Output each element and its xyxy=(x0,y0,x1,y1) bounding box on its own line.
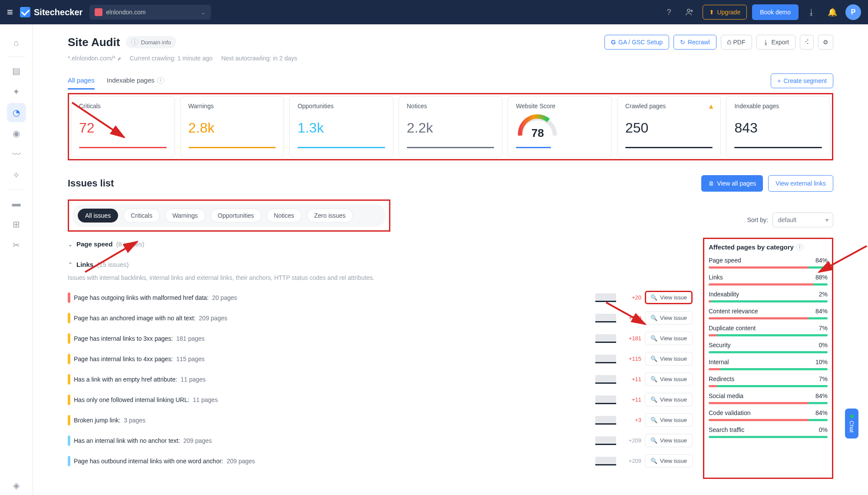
metric-card[interactable]: ▲Crawled pages250 xyxy=(617,96,721,157)
create-segment-button[interactable]: + Create segment xyxy=(771,73,833,88)
filter-chip[interactable]: Notices xyxy=(267,209,302,223)
metric-card[interactable]: Website Score78 xyxy=(508,96,612,157)
sidebar-home-icon[interactable]: ⌂ xyxy=(7,33,26,52)
next-crawl: Next autocrawling: in 2 days xyxy=(221,55,297,62)
sidebar-dashboard-icon[interactable]: ▤ xyxy=(7,61,26,80)
sparkline-icon xyxy=(595,375,616,384)
severity-bar-icon xyxy=(68,313,70,323)
view-issue-button[interactable]: 🔍 View issue xyxy=(645,332,693,345)
view-external-links-button[interactable]: View external links xyxy=(768,175,833,192)
share-button[interactable]: ⠪ xyxy=(800,35,814,50)
delta-value: +11 xyxy=(622,376,641,382)
download-icon[interactable]: ⭳ xyxy=(804,4,819,20)
main-content: Site Audit iDomain info GGA / GSC Setup … xyxy=(33,24,868,495)
filter-chip[interactable]: All issues xyxy=(78,209,118,223)
metric-card[interactable]: Opportunities1.3k xyxy=(289,96,393,157)
sidebar-keywords-icon[interactable]: ✦ xyxy=(7,82,26,101)
tab-indexable-pages[interactable]: Indexable pagesi xyxy=(107,72,164,90)
view-issue-button[interactable]: 🔍 View issue xyxy=(645,311,693,325)
sidebar-diamond-icon[interactable]: ◈ xyxy=(7,476,26,495)
view-issue-button[interactable]: 🔍 View issue xyxy=(645,413,693,427)
view-issue-button[interactable]: 🔍 View issue xyxy=(645,393,693,406)
chat-button[interactable]: Chat xyxy=(845,409,858,439)
progress-bar xyxy=(709,385,828,387)
severity-bar-icon xyxy=(68,435,70,446)
sidebar-apps-icon[interactable]: ⊞ xyxy=(7,215,26,234)
upgrade-button[interactable]: ⬆ Upgrade xyxy=(703,5,747,20)
affected-row: Page speed84% xyxy=(709,257,828,269)
avatar[interactable]: P xyxy=(845,4,861,20)
metric-value: 2.8k xyxy=(188,120,276,136)
delta-value: +209 xyxy=(622,437,641,444)
help-icon[interactable]: ? xyxy=(661,4,677,20)
view-issue-button[interactable]: 🔍 View issue xyxy=(645,372,693,386)
logo-icon xyxy=(20,7,30,17)
sparkline-icon xyxy=(595,314,616,322)
category-pct: 88% xyxy=(815,274,828,281)
sidebar-rank-icon[interactable]: 〰 xyxy=(7,145,26,164)
sidebar-audit-icon[interactable]: ◔ xyxy=(7,103,26,122)
metric-card[interactable]: Notices2.2k xyxy=(399,96,503,157)
view-issue-button[interactable]: 🔍 View issue xyxy=(645,434,693,447)
progress-bar xyxy=(709,419,828,421)
export-button[interactable]: ⭳Export xyxy=(756,35,795,50)
metric-label: Opportunities xyxy=(297,103,385,110)
gauge-icon: 78 xyxy=(516,114,559,140)
sidebar-speed-icon[interactable]: ◉ xyxy=(7,124,26,143)
view-issue-button[interactable]: 🔍 View issue xyxy=(645,454,693,468)
settings-button[interactable]: ⚙ xyxy=(818,35,833,50)
group-description: Issues with internal backlinks, internal… xyxy=(68,271,693,287)
category-name: Code validation xyxy=(709,409,751,416)
category-pct: 7% xyxy=(819,375,828,382)
domain-info-pill[interactable]: iDomain info xyxy=(126,36,176,48)
sidebar-briefcase-icon[interactable]: ▬ xyxy=(7,194,26,213)
filter-chip[interactable]: Criticals xyxy=(123,209,160,223)
domain-selector[interactable]: elnlondon.com xyxy=(89,5,211,20)
filter-chip[interactable]: Warnings xyxy=(165,209,205,223)
sidebar-tools-icon[interactable]: ✧ xyxy=(7,166,26,185)
svg-point-0 xyxy=(687,9,690,12)
view-all-pages-button[interactable]: 🗎 View all pages xyxy=(701,175,763,192)
recrawl-button[interactable]: ↻Recrawl xyxy=(673,35,716,50)
metric-card[interactable]: Warnings2.8k xyxy=(180,96,284,157)
pdf-button[interactable]: ⎙PDF xyxy=(721,35,752,50)
metric-card[interactable]: Criticals72 xyxy=(71,96,175,157)
metric-value: 2.2k xyxy=(407,120,495,136)
issue-text: Page has outbound internal links with on… xyxy=(74,458,592,465)
page-title: Site Audit xyxy=(68,36,120,49)
hamburger-icon[interactable]: ≡ xyxy=(7,6,13,18)
bell-icon[interactable]: 🔔 xyxy=(825,4,840,20)
sparkline-icon xyxy=(595,457,616,465)
add-user-icon[interactable] xyxy=(682,4,697,20)
chevron-icon: ⌄ xyxy=(68,241,73,248)
delta-value: +115 xyxy=(622,355,641,362)
sort-select[interactable]: default xyxy=(772,213,833,227)
metric-card[interactable]: Indexable pages843 xyxy=(726,96,830,157)
tab-all-pages[interactable]: All pages xyxy=(68,72,95,90)
search-icon: 🔍 xyxy=(650,376,657,382)
metric-label: Notices xyxy=(407,103,495,110)
book-demo-button[interactable]: Book demo xyxy=(752,4,799,20)
category-pct: 7% xyxy=(819,325,828,332)
sparkline-icon xyxy=(595,293,616,302)
delta-value: +3 xyxy=(622,417,641,423)
issue-group-header[interactable]: ⌃Links(15 issues) xyxy=(68,258,693,271)
issue-group-header[interactable]: ⌄Page speed(8 issues) xyxy=(68,238,693,250)
ga-setup-button[interactable]: GGA / GSC Setup xyxy=(604,35,669,50)
category-name: Content relevance xyxy=(709,308,758,315)
warning-icon: ▲ xyxy=(708,103,715,110)
sidebar-links-icon[interactable]: ✂ xyxy=(7,236,26,255)
filter-chip[interactable]: Zero issues xyxy=(307,209,353,223)
category-name: Indexability xyxy=(709,291,739,298)
brand-logo[interactable]: Sitechecker xyxy=(20,7,83,17)
issue-row: Page has outgoing links with malformed h… xyxy=(68,287,693,308)
chevron-icon: ⌃ xyxy=(68,261,73,268)
view-issue-button[interactable]: 🔍 View issue xyxy=(645,291,693,304)
filter-chip[interactable]: Opportunities xyxy=(211,209,261,223)
info-icon: i xyxy=(157,77,164,84)
category-pct: 84% xyxy=(815,392,828,399)
online-dot-icon xyxy=(850,415,854,418)
progress-bar xyxy=(709,334,828,336)
sort-label: Sort by: xyxy=(747,216,768,223)
view-issue-button[interactable]: 🔍 View issue xyxy=(645,352,693,365)
